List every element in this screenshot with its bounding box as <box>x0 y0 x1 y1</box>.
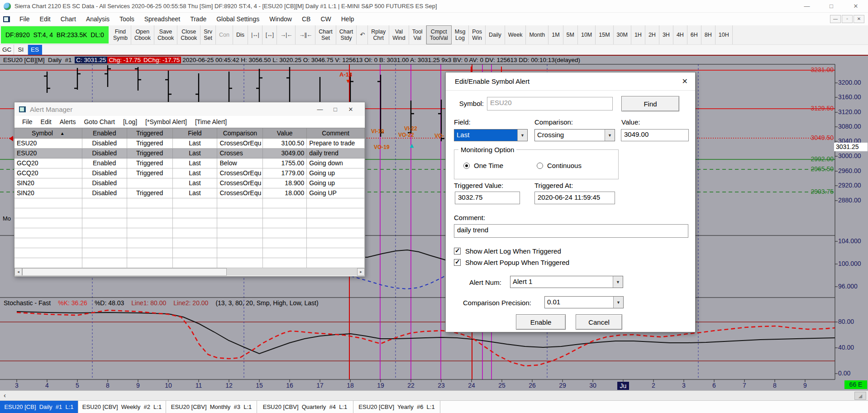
table-scroll-thumb[interactable] <box>22 268 227 276</box>
bar-spacing-decrease-button[interactable]: |↔| <box>248 25 262 44</box>
column-header-comparison[interactable]: Comparison <box>217 128 263 138</box>
timeframe-8h-button[interactable]: 8H <box>701 25 715 44</box>
alert-row-empty[interactable] <box>14 218 365 228</box>
mdi-close-icon[interactable]: ✕ <box>854 15 864 23</box>
timeframe-1m-button[interactable]: 1M <box>548 25 563 44</box>
column-header-enabled[interactable]: Enabled <box>82 128 127 138</box>
symbol-tab-gc[interactable]: GC <box>0 45 14 55</box>
column-header-value[interactable]: Value <box>263 128 307 138</box>
menu-spreadsheet[interactable]: Spreadsheet <box>139 15 185 23</box>
find-symbol-button[interactable]: Find Symb <box>110 25 131 44</box>
message-log-button[interactable]: Msg Log <box>452 25 469 44</box>
timeframe-3h-button[interactable]: 3H <box>659 25 673 44</box>
chart-studies-button[interactable]: Chart Stdy <box>336 25 357 44</box>
timeframe-week-button[interactable]: Week <box>505 25 526 44</box>
comment-field[interactable]: daily trend <box>454 224 688 238</box>
alert-manager-titlebar[interactable]: Alert Manager —□✕ <box>14 102 365 116</box>
menu-file[interactable]: File <box>14 15 35 23</box>
comparison-precision-combobox-arrow-icon[interactable]: ▼ <box>613 297 623 308</box>
alert-manager-menu-edit[interactable]: Edit <box>37 118 56 125</box>
timeframe-15m-button[interactable]: 15M <box>596 25 613 44</box>
alert-num-combobox-arrow-icon[interactable]: ▼ <box>613 276 623 288</box>
timeframe-30m-button[interactable]: 30M <box>614 25 631 44</box>
symbol-field[interactable]: ESU20 <box>487 97 613 110</box>
maximize-icon[interactable]: □ <box>819 3 844 10</box>
chart-tab-2[interactable]: ESU20 [CBV] Weekly #2 L:1 <box>78 401 166 413</box>
alerts-table-hscrollbar[interactable]: ◂ ▸ <box>14 268 365 276</box>
chart-tab-3[interactable]: ESU20 [CBV] Monthly #3 L:1 <box>166 401 257 413</box>
timeframe-10h-button[interactable]: 10H <box>715 25 733 44</box>
symbol-tab-si[interactable]: SI <box>14 45 28 55</box>
show-alert-popup-checkbox[interactable]: Show Alert Popup When Triggered <box>454 259 569 266</box>
timeframe-daily-button[interactable]: Daily <box>486 25 505 44</box>
timeframe-2h-button[interactable]: 2H <box>645 25 659 44</box>
alert-row-empty[interactable] <box>14 248 365 258</box>
column-header-triggered[interactable]: Triggered <box>127 128 173 138</box>
save-chartbook-button[interactable]: Save Cbook <box>154 25 177 44</box>
menu-help[interactable]: Help <box>336 15 359 23</box>
app-titlebar[interactable]: Sierra Chart 2120 ES SC Data - All Servi… <box>0 0 868 13</box>
alert-row-0[interactable]: ESU20DisabledTriggeredLastCrossesOrEqu31… <box>14 139 365 149</box>
alert-manager-menu-symbol-alert[interactable]: [*Symbol Alert] <box>141 118 191 125</box>
close-chartbook-button[interactable]: Close Cbook <box>177 25 200 44</box>
alert-manager-menu-log[interactable]: [Log] <box>119 118 141 125</box>
alert-manager-menu-goto-chart[interactable]: Goto Chart <box>80 118 119 125</box>
resize-corner[interactable]: ◢ <box>854 392 866 400</box>
field-combobox-arrow-icon[interactable]: ▼ <box>517 130 527 141</box>
timeframe-month-button[interactable]: Month <box>526 25 548 44</box>
symbol-tab-es[interactable]: ES <box>28 45 42 55</box>
comparison-combobox[interactable]: Crossing ▼ <box>534 129 615 141</box>
alert-row-2[interactable]: GCQ20EnabledTriggeredLastBelow1755.00Goi… <box>14 158 365 168</box>
comparison-precision-combobox[interactable]: 0.01 ▼ <box>544 296 624 308</box>
alert-row-4[interactable]: SIN20DisabledLastCrossesOrEqu18.900Going… <box>14 178 365 188</box>
mdi-minimize-icon[interactable]: — <box>830 15 841 23</box>
chart-tab-5[interactable]: ESU20 [CBV] Yearly #6 L:1 <box>353 401 440 413</box>
open-chartbook-button[interactable]: Open Cbook <box>131 25 154 44</box>
bar-spacing-increase-button[interactable]: [↔] <box>262 25 277 44</box>
alert-row-empty[interactable] <box>14 198 365 208</box>
chart-window-icon[interactable] <box>3 16 10 22</box>
server-settings-button[interactable]: Srv Set <box>200 25 216 44</box>
dialog-close-icon[interactable]: ✕ <box>682 77 688 86</box>
table-scroll-left-icon[interactable]: ◂ <box>14 268 22 276</box>
undo-button[interactable]: ↶ <box>357 25 368 44</box>
alert-manager-minimize-icon[interactable]: — <box>312 106 328 113</box>
replay-chart-button[interactable]: Rplay Chrt <box>368 25 389 44</box>
alert-row-empty[interactable] <box>14 228 365 238</box>
mdi-restore-icon[interactable]: ▫ <box>842 15 853 23</box>
table-scroll-right-icon[interactable]: ▸ <box>357 268 365 276</box>
minimize-icon[interactable]: — <box>795 3 819 10</box>
column-header-symbol[interactable]: Symbol▲ <box>14 128 82 138</box>
alert-manager-menu-file[interactable]: File <box>18 118 37 125</box>
timeframe-10m-button[interactable]: 10M <box>578 25 596 44</box>
bar-width-decrease-button[interactable]: →|← <box>277 25 296 44</box>
menu-global-settings[interactable]: Global Settings <box>211 15 264 23</box>
menu-cw[interactable]: CW <box>315 15 336 23</box>
chart-tab-1[interactable]: ESU20 [CB] Daily #1 L:1 <box>0 401 78 413</box>
disconnect-button[interactable]: Dis <box>233 25 248 44</box>
show-alert-log-checkbox[interactable]: Show Alert Log When Triggered <box>454 247 561 255</box>
alert-manager-menu-alerts[interactable]: Alerts <box>56 118 80 125</box>
alert-manager-menu-time-alert[interactable]: [Time Alert] <box>191 118 231 125</box>
alert-manager-close-icon[interactable]: ✕ <box>343 106 358 113</box>
column-header-comment[interactable]: Comment <box>307 128 365 138</box>
alert-num-combobox[interactable]: Alert 1 ▼ <box>510 276 623 288</box>
field-combobox[interactable]: Last ▼ <box>454 129 528 141</box>
timeframe-4h-button[interactable]: 4H <box>673 25 687 44</box>
menu-window[interactable]: Window <box>264 15 297 23</box>
continuous-radio[interactable]: Continuous <box>537 162 582 169</box>
chart-settings-button[interactable]: Chart Set <box>315 25 336 44</box>
tool-values-button[interactable]: Tool Val <box>409 25 426 44</box>
one-time-radio[interactable]: One Time <box>463 162 503 169</box>
compact-tool-values-button[interactable]: Cmpct ToolVal <box>426 25 452 44</box>
alert-row-empty[interactable] <box>14 208 365 218</box>
enable-button[interactable]: Enable <box>516 314 566 330</box>
menu-cb[interactable]: CB <box>297 15 315 23</box>
timeframe-6h-button[interactable]: 6H <box>687 25 701 44</box>
column-header-field[interactable]: Field <box>173 128 218 138</box>
chart-tab-4[interactable]: ESU20 [CBV] Quarterly #4 L:1 <box>257 401 353 413</box>
menu-trade[interactable]: Trade <box>185 15 211 23</box>
bar-width-increase-button[interactable]: →||← <box>296 25 315 44</box>
alert-manager-maximize-icon[interactable]: □ <box>328 106 343 113</box>
alert-row-empty[interactable] <box>14 258 365 268</box>
